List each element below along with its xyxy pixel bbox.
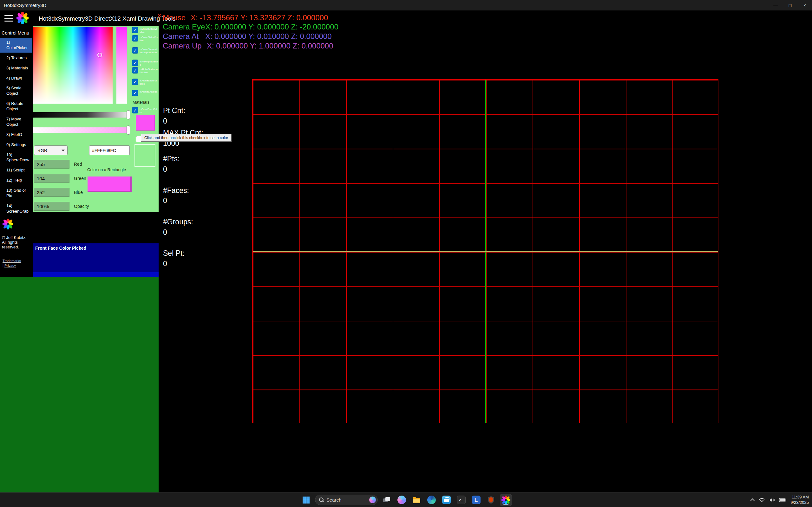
sidebar-item-settings[interactable]: 9) Settings (0, 140, 32, 150)
start-button[interactable] (300, 494, 312, 506)
edge-icon (427, 496, 436, 504)
hot3dx-app-button[interactable] (500, 494, 512, 506)
red-channel-input[interactable] (34, 160, 69, 169)
checkbox-more-button-visible[interactable] (132, 27, 138, 33)
store-icon (442, 496, 451, 504)
stat-sel-pt-label: Sel Pt: (163, 249, 185, 258)
sidebar-item-rotate-object[interactable]: 6) Rotate Object (0, 99, 32, 114)
store-button[interactable] (440, 494, 452, 506)
sidebar-item-fileio[interactable]: 8) FileIO (0, 130, 32, 139)
checkbox-alpha-slider-visible[interactable] (132, 78, 138, 85)
search-icon (319, 498, 324, 502)
security-button[interactable] (485, 494, 497, 506)
sidebar-item-scale-object[interactable]: 5) Scale Object (0, 83, 32, 98)
sidebar-item-draw[interactable]: 4) Draw! (0, 74, 32, 83)
sidebar-item-help[interactable]: 12) Help (0, 176, 32, 185)
terminal-icon (457, 496, 466, 504)
value-slider-vertical[interactable] (116, 26, 127, 104)
color-spectrum[interactable] (33, 26, 113, 104)
sidebar-item-spheredraw[interactable]: 10) SphereDraw (0, 151, 32, 165)
checkbox-tooltip: Click and then unclick this checkbox to … (141, 134, 232, 142)
taskbar-clock[interactable]: 11:39 AM 9/23/2025 (791, 495, 809, 505)
control-menu-sidebar: Control Menu 1) ColorPicker 2) Textures … (0, 26, 32, 277)
l-app-button[interactable] (470, 494, 482, 506)
checkbox-color-slider-visible[interactable] (132, 35, 138, 42)
copilot-button[interactable] (396, 494, 408, 506)
hex-color-input[interactable] (89, 146, 130, 155)
checkbox-front-face-color[interactable] (132, 107, 138, 113)
color-model-dropdown[interactable]: RGB (34, 146, 67, 155)
sidebar-item-sculpt[interactable]: 11) Sculpt (0, 166, 32, 175)
wifi-icon[interactable] (759, 498, 765, 503)
system-tray: 11:39 AM 9/23/2025 (752, 493, 809, 507)
checkbox-hex-input-visible[interactable] (132, 60, 138, 66)
checkbox-channel-text-input-visible[interactable] (132, 47, 138, 54)
task-view-button[interactable] (380, 494, 393, 506)
checkbox-label: IsAlphaEnabled (140, 90, 158, 94)
edge-button[interactable] (425, 494, 438, 506)
checkbox-label: IsHexInputVisible (140, 60, 158, 66)
sidebar-item-screengrab[interactable]: 14) ScreenGrab (0, 202, 32, 216)
close-button[interactable]: × (798, 0, 812, 10)
sidebar-item-move-object[interactable]: 7) Move Object (0, 115, 32, 129)
sidebar-item-grid-or-pic[interactable]: 13) Grid or Pic (0, 186, 32, 201)
windows-taskbar: Search (0, 493, 812, 507)
alpha-slider[interactable] (33, 127, 131, 133)
maximize-button[interactable]: □ (783, 0, 798, 10)
color-rectangle-caption: Color on a Rectangle (87, 167, 126, 172)
security-shield-icon (487, 496, 495, 504)
hidden-icons-chevron-icon[interactable] (751, 498, 755, 503)
stat-faces-value: 0 (163, 196, 167, 205)
desktop: { "window": { "title": "Hot3dxSymmetry3D… (0, 0, 812, 507)
hot3dx-app-icon (502, 496, 510, 504)
value-slider-horizontal[interactable] (33, 112, 131, 118)
checkbox-alpha-enabled[interactable] (132, 90, 138, 96)
minimize-button[interactable]: — (768, 0, 783, 10)
page-title: Hot3dxSymmetry3D DirectX12 Xaml Drawing … (39, 15, 176, 22)
checkbox-alpha-text-input-visible[interactable] (132, 67, 138, 73)
value-slider-handle[interactable] (126, 110, 130, 119)
taskbar-search-box[interactable]: Search (315, 495, 378, 505)
checkbox-label: IsAlphaSliderVisible (140, 78, 158, 86)
file-explorer-button[interactable] (410, 494, 422, 506)
volume-icon[interactable] (769, 498, 775, 503)
trademarks-link[interactable]: Trademarks (3, 259, 21, 263)
privacy-link[interactable]: Privacy (4, 264, 16, 268)
control-menu-header: Control Menu (0, 26, 32, 38)
checkbox-label: IsAlphaTextInputVisible (140, 67, 158, 74)
opacity-input[interactable] (34, 202, 69, 211)
green-channel-input[interactable] (34, 174, 69, 183)
color-picker-panel: IsMoreButtonVisible IsColorSliderVisible… (33, 26, 159, 212)
mouse-coordinates-readout: MouseX: -13.795667 Y: 13.323627 Z: 0.000… (163, 13, 328, 22)
sidebar-item-materials[interactable]: 3) Materials (0, 64, 32, 73)
checkbox-label: IsMoreButtonVisible (140, 27, 158, 34)
stat-pts-value: 0 (163, 165, 167, 174)
front-face-caption: Front Face Color Picked (35, 245, 86, 250)
blue-channel-input[interactable] (34, 188, 69, 197)
color-preview-outline (135, 144, 155, 167)
window-titlebar: Hot3dxSymmetry3D — □ × (0, 0, 812, 10)
hamburger-menu-icon[interactable] (4, 15, 13, 21)
color-model-value: RGB (38, 148, 61, 153)
sidebar-item-colorpicker[interactable]: 1) ColorPicker (0, 38, 32, 53)
stat-sel-pt-value: 0 (163, 260, 167, 268)
front-face-color-panel: Front Face Color Picked (33, 243, 159, 277)
clock-date: 9/23/2025 (791, 500, 809, 505)
sidebar-logo-icon (3, 219, 13, 229)
green-channel-label: Green (74, 176, 86, 181)
search-label: Search (326, 497, 367, 503)
terminal-button[interactable] (455, 494, 467, 506)
sidebar-item-textures[interactable]: 2) Textures (0, 54, 32, 63)
task-view-icon (383, 496, 391, 504)
opacity-label: Opacity (74, 204, 89, 209)
stat-faces-label: #Faces: (163, 186, 189, 195)
alpha-slider-handle[interactable] (126, 125, 130, 135)
active-app-indicator (503, 504, 508, 505)
clock-time: 11:39 AM (791, 495, 809, 500)
window-controls: — □ × (768, 0, 812, 10)
battery-icon[interactable] (779, 498, 786, 502)
drawing-grid-canvas[interactable] (252, 79, 718, 424)
materials-header: Materials (133, 100, 149, 105)
checkbox-label: IsColorChannelTextInputVisible (140, 47, 158, 54)
spectrum-cursor[interactable] (97, 53, 102, 57)
